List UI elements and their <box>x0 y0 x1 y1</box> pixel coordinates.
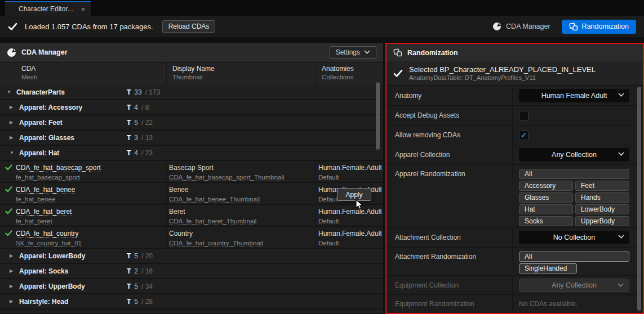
count-total: / 22 <box>141 119 153 127</box>
cda-table-rows: ▼ CharacterParts T33/ 173 ▶ Apparel: Acc… <box>0 85 383 314</box>
check-icon <box>393 69 403 78</box>
thumbnail-asset-link[interactable]: CDA_fe_hat_country_Thumbnail <box>169 240 263 247</box>
attachment-collection-dropdown[interactable]: No Collection <box>519 231 629 244</box>
cda-manager-toggle[interactable]: CDA Manager <box>492 22 550 31</box>
cda-table-scrollbar[interactable] <box>376 82 380 150</box>
category-row-hairstyle-head[interactable]: ▶ Hairstyle: Head T5/ 28 <box>0 294 383 308</box>
property-label: Apparel Randomization <box>387 165 513 178</box>
settings-dropdown-button[interactable]: Settings <box>330 46 376 59</box>
category-row-upperbody[interactable]: ▶ Apparel: UpperBody T5/ 34 <box>0 279 383 293</box>
expander-arrow-icon[interactable]: ▶ <box>10 299 16 304</box>
apparel-lowerbody-button[interactable]: LowerBody <box>575 204 629 214</box>
expander-arrow-icon[interactable]: ▶ <box>10 284 16 289</box>
reload-cdas-button[interactable]: Reload CDAs <box>162 20 216 33</box>
cda-asset-link[interactable]: CDA_fe_hat_benee <box>16 186 75 194</box>
category-name: Apparel: Glasses <box>19 134 74 142</box>
apparel-upperbody-button[interactable]: UpperBody <box>575 216 629 226</box>
expander-arrow-icon[interactable]: ▶ <box>10 120 16 125</box>
cda-asset-link[interactable]: CDA_fe_hat_basecap_sport <box>16 164 101 172</box>
thumbnail-asset-link[interactable]: CDA_fe_hat_benee_Thumbnail <box>169 196 260 203</box>
t-filter-icon: T <box>127 298 131 306</box>
count-shown: 33 <box>134 88 141 96</box>
category-row-hat[interactable]: ▼ Apparel: Hat T4/ 23 <box>0 146 383 160</box>
t-filter-icon: T <box>127 104 131 111</box>
randomization-panel-title: Randomization <box>407 49 458 57</box>
category-row-lowerbody[interactable]: ▶ Apparel: LowerBody T5/ 20 <box>0 249 383 263</box>
selected-actor-banner: Selected BP_Character_ALREADY_PLACED_IN_… <box>387 61 643 86</box>
category-count: T5/ 28 <box>127 298 153 306</box>
cda-asset-link[interactable]: CDA_fe_hat_country <box>16 230 78 238</box>
category-count: T4/ 8 <box>127 104 149 111</box>
selected-actor-title: Selected BP_Character_ALREADY_PLACED_IN_… <box>409 65 596 74</box>
thumbnail-asset-link[interactable]: CDA_fe_hat_beret_Thumbnail <box>169 218 256 225</box>
apparel-accessory-button[interactable]: Accessory <box>519 181 573 191</box>
expander-arrow-icon[interactable]: ▶ <box>10 253 16 258</box>
green-check-icon <box>5 164 12 171</box>
allow-removing-cdas-checkbox[interactable]: ✓ <box>519 131 528 140</box>
category-row-accessory[interactable]: ▶ Apparel: Accessory T4/ 8 <box>0 100 383 114</box>
mesh-asset-link[interactable]: fe_hat_basecap_sport <box>16 174 80 181</box>
count-total: / 173 <box>145 88 161 96</box>
randomization-scrollbar[interactable] <box>637 87 641 311</box>
expander-arrow-icon[interactable]: ▶ <box>10 135 16 140</box>
t-filter-icon: T <box>127 134 131 142</box>
cda-row-beret[interactable]: CDA_fe_hat_beretfe_hat_beret BeretCDA_fe… <box>0 205 383 226</box>
category-name: Apparel: Socks <box>19 267 68 275</box>
category-row-characterparts[interactable]: ▼ CharacterParts T33/ 173 <box>0 85 383 99</box>
count-total: / 34 <box>141 282 153 290</box>
mesh-asset-link[interactable]: fe_hat_beret <box>16 218 52 225</box>
expander-arrow-icon[interactable]: ▶ <box>10 105 16 110</box>
category-name: Apparel: LowerBody <box>19 252 85 260</box>
category-row-socks[interactable]: ▶ Apparel: Socks T2/ 16 <box>0 264 383 278</box>
mesh-asset-link[interactable]: SK_fe_country_hat_01 <box>16 240 82 247</box>
column-cda-mesh[interactable]: CDA Mesh <box>0 62 166 85</box>
property-label: Accept Debug Assets <box>387 106 513 125</box>
cda-manager-titlebar: CDA Manager Settings <box>0 43 383 62</box>
apply-button[interactable]: Apply <box>337 188 371 201</box>
apparel-feet-button[interactable]: Feet <box>575 181 629 191</box>
apparel-glasses-button[interactable]: Glasses <box>519 192 573 203</box>
tab-character-editor[interactable]: Character Editor... × <box>5 1 91 16</box>
display-name: Benee <box>169 186 189 194</box>
column-displayname-thumbnail[interactable]: Display Name Thumbnail <box>166 62 316 85</box>
attachment-all-button[interactable]: All <box>519 252 629 262</box>
tab-close-icon[interactable]: × <box>81 6 85 13</box>
apparel-randomization-button-grid: All Accessory Feet Glasses Hands Hat Low… <box>519 168 629 226</box>
expander-arrow-icon[interactable]: ▼ <box>10 150 16 155</box>
status-bar: Loaded 1.057 CDAs from 17 packages. Relo… <box>0 16 644 37</box>
expander-arrow-icon[interactable]: ▼ <box>7 89 13 95</box>
cda-row-country[interactable]: CDA_fe_hat_countrySK_fe_country_hat_01 C… <box>0 227 383 248</box>
green-check-icon <box>5 230 12 236</box>
accept-debug-assets-checkbox[interactable] <box>519 111 528 120</box>
category-row-feet[interactable]: ▶ Apparel: Feet T5/ 22 <box>0 115 383 129</box>
apparel-all-button[interactable]: All <box>519 169 629 179</box>
dice-icon <box>569 23 578 31</box>
cda-row-basecap-sport[interactable]: CDA_fe_hat_basecap_sportfe_hat_basecap_s… <box>0 161 383 182</box>
apparel-socks-button[interactable]: Socks <box>519 216 573 226</box>
category-count: T5/ 34 <box>127 282 153 290</box>
chevron-down-icon <box>618 283 624 288</box>
expander-arrow-icon[interactable]: ▶ <box>10 268 16 273</box>
t-filter-icon: T <box>127 119 131 127</box>
dice-icon <box>393 48 402 57</box>
randomization-toggle[interactable]: Randomization <box>562 20 636 34</box>
cda-row-benee[interactable]: CDA_fe_hat_beneefe_hat_benee BeneeCDA_fe… <box>0 183 383 204</box>
mesh-asset-link[interactable]: fe_hat_benee <box>16 196 55 203</box>
property-row-apparel-randomization: Apparel Randomization All Accessory Feet… <box>387 165 643 228</box>
anatomy-dropdown[interactable]: Human Female Adult <box>519 89 629 102</box>
apparel-hat-button[interactable]: Hat <box>519 204 573 214</box>
column-anatomies-collections[interactable]: Anatomies Collections <box>316 62 383 85</box>
apparel-collection-dropdown[interactable]: Any Collection <box>519 148 629 162</box>
count-shown: 2 <box>134 267 138 275</box>
collections-value: Default <box>318 196 339 203</box>
apparel-hands-button[interactable]: Hands <box>575 192 629 203</box>
randomization-toggle-label: Randomization <box>582 23 629 30</box>
cda-asset-link[interactable]: CDA_fe_hat_beret <box>16 208 72 216</box>
table-column-header: CDA Mesh Display Name Thumbnail Anatomie… <box>0 62 383 85</box>
anatomies-value: Human.Female.Adult <box>318 230 381 237</box>
count-total: / 13 <box>141 134 153 142</box>
attachment-singlehanded-button[interactable]: SingleHanded <box>519 263 577 273</box>
equipment-randomization-empty-text: No CDAs available. <box>519 300 578 308</box>
thumbnail-asset-link[interactable]: CDA_fe_hat_basecap_sport_Thumbnail <box>169 174 285 181</box>
category-row-glasses[interactable]: ▶ Apparel: Glasses T3/ 13 <box>0 131 383 145</box>
